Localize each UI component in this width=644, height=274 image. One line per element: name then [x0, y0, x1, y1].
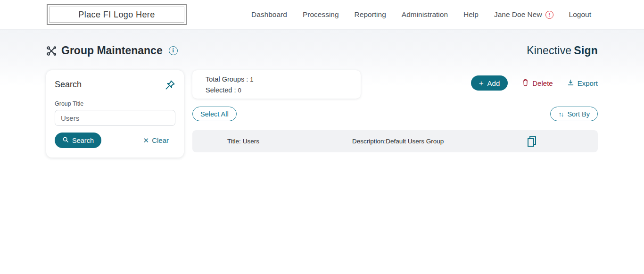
nav-logout[interactable]: Logout: [569, 10, 591, 19]
selected-label: Selected :: [206, 86, 236, 94]
fi-logo-placeholder: Place FI Logo Here: [47, 4, 187, 25]
selected-value: 0: [238, 87, 241, 94]
download-icon: [567, 79, 574, 88]
group-title-cell-value: Users: [243, 138, 259, 145]
nav-administration[interactable]: Administration: [402, 10, 448, 19]
add-button[interactable]: + Add: [471, 75, 508, 91]
group-title-label: Group Title: [55, 100, 175, 107]
group-description-cell-label: Description:: [352, 138, 386, 145]
copy-group-button[interactable]: [526, 135, 537, 148]
nav-dashboard[interactable]: Dashboard: [251, 10, 287, 19]
sort-by-button[interactable]: ↑↓ Sort By: [550, 107, 598, 121]
sort-by-label: Sort By: [567, 110, 590, 118]
total-groups-line: Total Groups : 1: [206, 75, 347, 83]
export-button[interactable]: Export: [567, 79, 598, 88]
group-list-row[interactable]: Title: Users Description: Default Users …: [192, 130, 598, 152]
nav-processing[interactable]: Processing: [303, 10, 339, 19]
total-groups-value: 1: [250, 76, 253, 83]
plus-icon: +: [479, 79, 484, 87]
group-title-cell: Title: Users: [227, 138, 352, 145]
nav-reporting[interactable]: Reporting: [355, 10, 386, 19]
export-button-label: Export: [578, 79, 598, 87]
top-navigation-bar: Place FI Logo Here Dashboard Processing …: [0, 0, 644, 30]
info-icon[interactable]: i: [169, 46, 178, 55]
search-button-label: Search: [72, 137, 94, 144]
select-all-button[interactable]: Select All: [192, 107, 237, 121]
main-nav: Dashboard Processing Reporting Administr…: [251, 10, 591, 19]
group-description-cell-value: Default Users Group: [386, 138, 444, 145]
nav-user-menu[interactable]: Jane Doe New !: [494, 10, 553, 19]
alert-circle-icon: !: [545, 11, 553, 19]
add-button-label: Add: [487, 79, 500, 87]
pin-icon[interactable]: [165, 80, 175, 91]
brand-logo: KinectiveSign: [527, 44, 598, 57]
search-button[interactable]: Search: [55, 133, 101, 148]
search-panel-title: Search: [55, 80, 82, 90]
trash-icon: [522, 79, 529, 88]
group-description-cell: Description: Default Users Group: [352, 138, 444, 145]
content-area: Search Group Title Search: [46, 70, 598, 158]
nav-help[interactable]: Help: [463, 10, 479, 19]
page-body: Group Maintenance i KinectiveSign Search…: [0, 30, 644, 274]
group-actions: + Add Delete: [471, 75, 598, 91]
list-toolbar: Select All ↑↓ Sort By: [192, 107, 598, 121]
brand-bold: Sign: [574, 44, 598, 57]
total-groups-label: Total Groups :: [206, 75, 248, 83]
sort-arrows-icon: ↑↓: [558, 110, 563, 118]
group-title-cell-label: Title:: [227, 138, 241, 145]
search-icon: [62, 136, 69, 144]
page-title: Group Maintenance: [61, 44, 163, 57]
summary-card: Total Groups : 1 Selected : 0: [192, 70, 361, 99]
groups-section: Total Groups : 1 Selected : 0 + Add: [192, 70, 598, 158]
brand-regular: Kinective: [527, 44, 571, 57]
clear-button[interactable]: ✕ Clear: [143, 136, 169, 144]
select-all-label: Select All: [200, 110, 229, 118]
search-panel: Search Group Title Search: [46, 70, 184, 158]
clear-button-label: Clear: [152, 136, 169, 144]
delete-button-label: Delete: [532, 79, 553, 87]
copy-icon: [526, 135, 537, 148]
tools-icon: [46, 46, 57, 56]
page-header: Group Maintenance i KinectiveSign: [46, 30, 598, 62]
fi-logo-text: Place FI Logo Here: [78, 10, 155, 20]
page-title-group: Group Maintenance i: [46, 44, 178, 57]
user-name-label: Jane Doe New: [494, 10, 542, 19]
group-title-input[interactable]: [55, 110, 175, 126]
delete-button[interactable]: Delete: [522, 79, 553, 88]
clear-x-icon: ✕: [143, 137, 149, 144]
selected-line: Selected : 0: [206, 86, 347, 94]
